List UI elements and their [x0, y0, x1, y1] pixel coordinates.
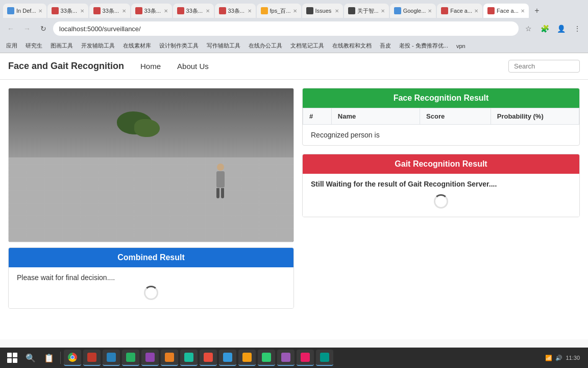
tab-title-2: 33条... — [61, 7, 78, 15]
col-header-probability: Probability (%) — [491, 108, 579, 125]
col-header-name: Name — [331, 108, 420, 125]
face-recognition-header: Face Recognition Result — [303, 88, 579, 108]
tab-9[interactable]: 关于智... ✕ — [344, 4, 389, 18]
bookmark-materials[interactable]: 在线素材库 — [121, 41, 153, 50]
tab-title-3: 33条... — [103, 7, 120, 15]
bookmark-laotou-label: 老投 - 免费推荐优... — [399, 42, 448, 50]
surveillance-image — [9, 88, 293, 242]
profile-button[interactable]: 👤 — [554, 22, 568, 35]
col-header-score: Score — [420, 108, 491, 125]
bookmark-apps-label: 应用 — [6, 42, 17, 50]
tab-close-5[interactable]: ✕ — [206, 8, 210, 14]
tab-favicon-7 — [261, 7, 268, 14]
tab-close-12[interactable]: ✕ — [521, 8, 525, 14]
tab-close-9[interactable]: ✕ — [381, 8, 385, 14]
tab-8[interactable]: Issues ✕ — [302, 4, 343, 18]
tab-5[interactable]: 33条... ✕ — [173, 4, 214, 18]
bookmark-office-label: 在线办公工具 — [249, 42, 282, 50]
nav-link-home[interactable]: Home — [136, 60, 165, 73]
combined-result-box: Combined Result Please wait for final de… — [8, 247, 294, 309]
extensions-button[interactable]: 🧩 — [538, 22, 551, 35]
nav-link-about[interactable]: About Us — [173, 60, 213, 73]
forward-button[interactable]: → — [20, 22, 34, 35]
bookmark-writing-label: 写作辅助工具 — [207, 42, 240, 50]
bookmark-research[interactable]: 研究生 — [23, 41, 44, 50]
tab-4[interactable]: 33条... ✕ — [131, 4, 172, 18]
bookmark-button[interactable]: ☆ — [522, 22, 535, 35]
tab-3[interactable]: 33条... ✕ — [89, 4, 130, 18]
bookmark-design-label: 设计制作类工具 — [159, 42, 199, 50]
reload-button[interactable]: ↻ — [37, 22, 50, 35]
bookmark-tutorials[interactable]: 在线教程和文档 — [330, 41, 374, 50]
bookmark-writing[interactable]: 写作辅助工具 — [205, 41, 242, 50]
navbar: Face and Gait Recognition Home About Us — [0, 53, 588, 80]
tab-11[interactable]: Face a... ✕ — [437, 4, 482, 18]
bookmark-office[interactable]: 在线办公工具 — [247, 41, 284, 50]
combined-result-body: Please wait for final decision.... — [9, 267, 293, 308]
bookmark-docs-label: 文档笔记工具 — [290, 42, 324, 50]
table-header-row: # Name Score Probability (%) — [303, 108, 579, 125]
bookmark-drawing[interactable]: 图画工具 — [48, 41, 75, 50]
tab-1[interactable]: In Def... ✕ — [3, 4, 46, 18]
tab-close-6[interactable]: ✕ — [248, 8, 252, 14]
tab-favicon-1 — [7, 7, 14, 14]
tab-title-7: fps_百... — [270, 7, 291, 15]
tab-title-8: Issues — [315, 8, 333, 14]
scene-ground — [9, 157, 293, 242]
bookmark-design[interactable]: 设计制作类工具 — [157, 41, 201, 50]
scene-person — [216, 164, 225, 198]
main-content: Combined Result Please wait for final de… — [0, 80, 588, 317]
bookmark-vpn[interactable]: vpn — [454, 42, 468, 50]
tab-7[interactable]: fps_百... ✕ — [257, 4, 301, 18]
bookmark-apps[interactable]: 应用 — [4, 41, 19, 50]
search-input[interactable] — [508, 60, 580, 73]
tab-2[interactable]: 33条... ✕ — [47, 4, 88, 18]
tab-title-11: Face a... — [450, 8, 472, 14]
tab-title-12: Face a... — [497, 8, 519, 14]
tab-title-9: 关于智... — [357, 7, 379, 15]
tab-bar: In Def... ✕ 33条... ✕ 33条... ✕ 33条... ✕ 3… — [0, 0, 588, 18]
bookmark-devtools[interactable]: 开发辅助工具 — [79, 41, 117, 50]
navbar-brand: Face and Gait Recognition — [8, 61, 124, 72]
bookmark-docs[interactable]: 文档笔记工具 — [288, 41, 326, 50]
face-results-table: # Name Score Probability (%) — [303, 108, 579, 125]
tab-title-1: In Def... — [16, 8, 36, 14]
tab-favicon-10 — [394, 7, 401, 14]
tab-favicon-5 — [177, 7, 184, 14]
combined-result-header: Combined Result — [9, 248, 293, 267]
tab-title-6: 33条... — [228, 7, 246, 15]
tab-close-10[interactable]: ✕ — [428, 8, 432, 14]
tab-title-5: 33条... — [186, 7, 204, 15]
combined-spinner — [144, 286, 158, 300]
tab-favicon-6 — [219, 7, 226, 14]
tab-close-8[interactable]: ✕ — [335, 8, 339, 14]
gait-spinner — [434, 194, 448, 209]
bookmark-research-label: 研究生 — [26, 42, 42, 50]
back-button[interactable]: ← — [4, 22, 17, 35]
gait-recognition-body: Still Waiting for the result of Gait Rec… — [303, 174, 579, 217]
tab-close-1[interactable]: ✕ — [38, 8, 42, 14]
bookmark-wupi[interactable]: 吾皮 — [378, 41, 393, 50]
tab-close-3[interactable]: ✕ — [122, 8, 126, 14]
col-header-hash: # — [303, 108, 332, 125]
tab-close-4[interactable]: ✕ — [164, 8, 168, 14]
bookmark-laotou[interactable]: 老投 - 免费推荐优... — [397, 41, 450, 50]
address-input[interactable] — [53, 21, 519, 36]
bookmarks-bar: 应用 研究生 图画工具 开发辅助工具 在线素材库 设计制作类工具 写作辅助工具 … — [0, 39, 588, 53]
combined-waiting-text: Please wait for final decision.... — [17, 273, 285, 282]
bookmark-drawing-label: 图画工具 — [51, 42, 73, 50]
tab-6[interactable]: 33条... ✕ — [215, 4, 256, 18]
tab-title-4: 33条... — [144, 7, 162, 15]
bookmark-materials-label: 在线素材库 — [123, 42, 151, 50]
address-bar-row: ← → ↻ ☆ 🧩 👤 ⋮ — [0, 18, 588, 39]
face-recognition-box: Face Recognition Result # Name Score Pro… — [302, 88, 580, 146]
tab-close-2[interactable]: ✕ — [80, 8, 84, 14]
gait-recognition-header: Gait Recognition Result — [303, 154, 579, 174]
tab-12[interactable]: Face a... ✕ — [483, 4, 529, 18]
right-panel: Face Recognition Result # Name Score Pro… — [302, 88, 580, 217]
menu-button[interactable]: ⋮ — [571, 22, 584, 35]
tab-close-7[interactable]: ✕ — [293, 8, 297, 14]
tab-10[interactable]: Google... ✕ — [390, 4, 436, 18]
new-tab-button[interactable]: + — [530, 4, 544, 18]
tab-close-11[interactable]: ✕ — [474, 8, 478, 14]
